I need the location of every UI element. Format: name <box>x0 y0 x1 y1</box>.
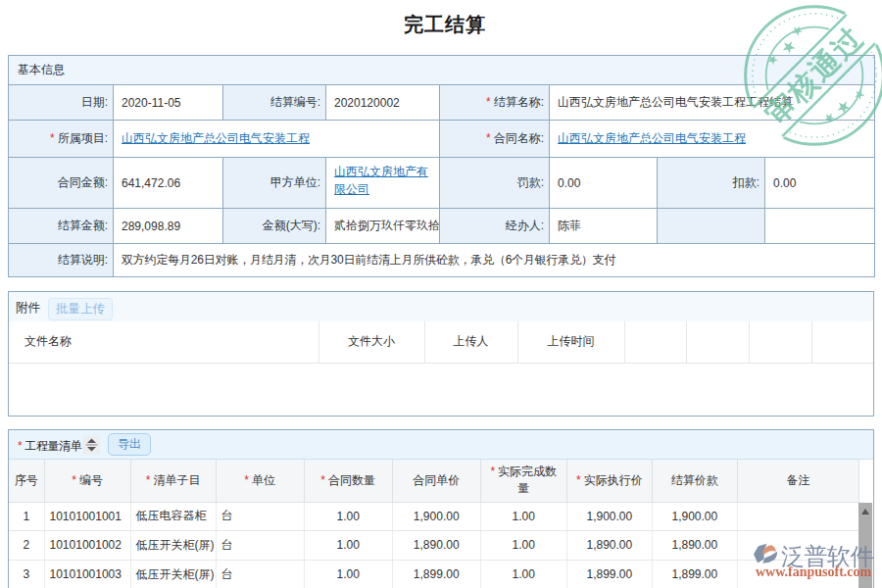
svg-text:审核通过: 审核通过 <box>760 21 870 131</box>
